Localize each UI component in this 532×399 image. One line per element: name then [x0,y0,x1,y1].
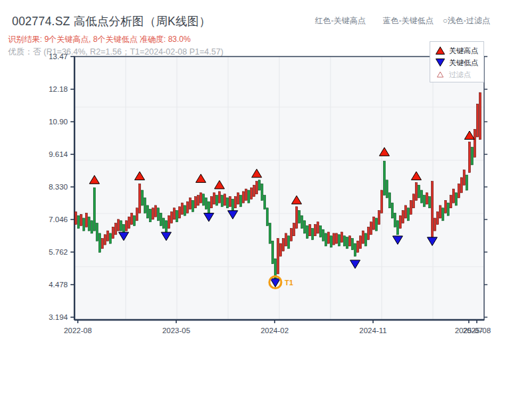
candle-up [251,188,253,199]
candle-up [229,197,231,207]
candle-up [413,194,415,208]
candle-up [469,142,471,173]
candle-up [474,129,476,157]
candle-up [400,215,402,228]
candle-up [368,227,370,239]
y-tick-label: 4.478 [49,281,68,289]
candle-up [357,241,359,252]
candle-down [205,198,207,209]
candle-up [174,208,176,219]
candle-up [315,225,317,236]
t1-label: T1 [285,279,293,287]
x-tick-label: 2024-02 [261,327,289,334]
candle-down [248,190,250,203]
candle-down [304,221,306,233]
candle-down [96,223,98,241]
candle-down [424,196,426,207]
candle-up [152,208,154,219]
x-tick-label: 2023-05 [162,327,190,334]
candle-down [442,208,444,221]
candle-up [317,222,319,233]
candle-up [293,223,295,236]
candle-down [269,223,271,244]
candle-up [277,239,279,274]
candle-down [392,203,394,218]
candle-up [370,222,372,235]
candle-up [410,200,412,214]
candle-down [299,211,301,223]
x-tick-label: 2025-08 [463,327,491,334]
candle-up [280,243,282,256]
candle-up [373,217,375,229]
candle-down [216,196,218,205]
candle-down [261,184,263,200]
candle-down [147,205,149,218]
candle-up [243,192,245,203]
candle-down [338,235,340,246]
y-tick-label: 9.614 [49,150,68,158]
candle-up [453,189,455,203]
candle-down [408,208,410,221]
candle-down [240,196,242,207]
candle-up [107,231,109,241]
candle-up [237,193,239,204]
candle-up [458,184,460,198]
candle-up [235,197,237,208]
legend-item-filtered: 过滤点 [436,68,483,80]
candle-down [142,190,144,205]
candle-up [211,197,213,208]
candle-down [78,215,80,228]
candle-up [333,233,335,245]
legend-item-key-high: 关键高点 [436,45,483,57]
candle-up [200,193,202,203]
candle-down [144,198,146,213]
candle-up [118,219,120,231]
y-tick-label: 12.18 [49,85,68,93]
candle-up [291,228,293,241]
y-tick-label: 7.046 [49,215,68,223]
candle-up [378,211,380,225]
candle-up [182,203,184,214]
candle-down [456,193,458,205]
y-tick-label: 10.90 [49,118,68,126]
candle-down [166,221,168,232]
candle-up [213,193,215,204]
candle-down [421,190,423,203]
candle-up [102,239,104,249]
candle-up [245,189,247,200]
candle-up [479,92,481,140]
candle-up [336,233,338,243]
candle-down [288,236,290,249]
candle-up [296,207,298,228]
candle-up [440,205,442,218]
candle-down [344,236,346,246]
candle-down [150,209,152,222]
candle-down [325,233,327,246]
candle-down [221,196,223,207]
candle-up [450,196,452,208]
candle-up [360,236,362,249]
candle-up [187,201,189,213]
candle-up [464,170,466,186]
candle-down [267,208,269,226]
candle-down [272,241,274,263]
candle-up [128,217,130,228]
candle-down [389,193,391,208]
candle-down [91,221,93,233]
candle-up [168,215,170,228]
legend-label-key-low: 关键低点 [449,58,478,68]
candle-down [83,218,85,231]
candle-down [192,200,194,211]
candle-down [134,215,136,225]
candle-down [331,236,332,247]
candle-down [386,180,388,198]
candle-up [126,221,128,231]
y-tick-label: 8.330 [49,183,68,191]
y-tick-label: 5.762 [49,248,68,256]
candle-down [394,213,396,227]
candle-down [110,233,112,243]
candle-up [349,236,351,246]
candle-up [136,208,138,221]
candle-down [275,259,277,281]
hollow-triangle-icon [436,70,445,78]
